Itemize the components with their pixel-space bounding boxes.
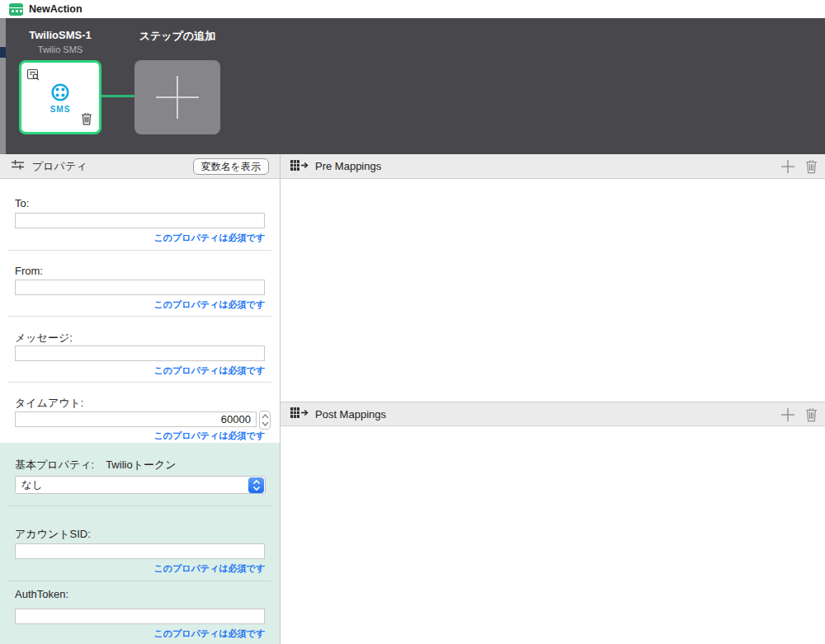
field-label-account-sid: アカウントSID:	[15, 527, 91, 542]
required-hint: このプロパティは必須です	[15, 232, 265, 244]
twilio-token-label: Twilioトークン	[106, 458, 176, 471]
basic-properties-label: 基本プロパティ:Twilioトークン	[15, 458, 177, 472]
main-area: プロパティ 変数名を表示 To: このプロパティは必須です From: このプロ…	[0, 154, 825, 644]
required-hint: このプロパティは必須です	[15, 430, 265, 442]
required-hint: このプロパティは必須です	[15, 628, 265, 640]
post-mappings-header: Post Mappings	[280, 402, 825, 426]
step-connector-line	[101, 95, 134, 97]
titlebar: NewAction	[0, 0, 825, 18]
post-mappings-title: Post Mappings	[315, 408, 386, 421]
mapping-table-arrow-icon	[290, 407, 309, 421]
message-input[interactable]	[15, 346, 265, 361]
to-input[interactable]	[15, 213, 265, 228]
auth-token-input[interactable]	[15, 609, 265, 624]
add-step-button[interactable]	[134, 60, 220, 134]
basic-label: 基本プロパティ:	[15, 458, 94, 471]
add-step-label: ステップの追加	[120, 29, 235, 44]
from-input[interactable]	[15, 280, 265, 295]
properties-title: プロパティ	[32, 159, 87, 174]
select-value: なし	[21, 478, 248, 492]
delete-pre-mapping-button[interactable]	[805, 159, 818, 176]
field-label-to: To:	[15, 197, 29, 209]
app-window: NewAction TwilioSMS-1 Twilio SMS ステップの追加	[0, 0, 825, 644]
app-title: NewAction	[29, 3, 82, 15]
pre-mappings-header: Pre Mappings	[280, 154, 825, 179]
show-variable-names-button[interactable]: 変数名を表示	[193, 158, 269, 175]
field-separator	[8, 581, 271, 581]
field-label-timeout: タイムアウト:	[15, 396, 83, 411]
delete-post-mapping-button[interactable]	[805, 407, 818, 425]
field-separator	[8, 505, 271, 506]
twilio-token-select[interactable]: なし	[15, 476, 266, 494]
pre-mappings-title: Pre Mappings	[315, 160, 381, 172]
properties-panel: プロパティ 変数名を表示 To: このプロパティは必須です From: このプロ…	[0, 154, 280, 644]
workflow-canvas: TwilioSMS-1 Twilio SMS ステップの追加	[0, 18, 825, 154]
post-mappings-body	[280, 427, 825, 644]
field-separator	[8, 382, 271, 383]
timeout-input[interactable]	[15, 411, 257, 427]
sliders-icon	[11, 158, 25, 174]
step-title: TwilioSMS-1	[2, 29, 118, 41]
field-separator	[8, 316, 271, 317]
app-icon	[9, 3, 23, 16]
properties-header: プロパティ 変数名を表示	[0, 154, 280, 179]
add-pre-mapping-button[interactable]	[780, 159, 795, 176]
mappings-panel: Pre Mappings	[280, 154, 825, 644]
step-subtitle: Twilio SMS	[2, 45, 118, 54]
required-hint: このプロパティは必須です	[15, 298, 265, 311]
required-hint: このプロパティは必須です	[15, 364, 265, 377]
field-label-auth-token: AuthToken:	[15, 588, 68, 600]
select-chevrons-icon[interactable]	[248, 477, 264, 493]
account-sid-input[interactable]	[15, 543, 265, 559]
twilio-logo-icon	[50, 82, 70, 105]
field-label-from: From:	[15, 265, 43, 277]
required-hint: このプロパティは必須です	[15, 562, 265, 575]
pre-mappings-body	[280, 180, 825, 402]
field-label-message: メッセージ:	[15, 331, 73, 346]
delete-step-icon[interactable]	[81, 112, 92, 128]
plus-icon	[156, 96, 199, 98]
field-separator	[8, 250, 271, 251]
mapping-table-arrow-icon	[290, 159, 309, 174]
inspect-document-icon[interactable]	[26, 68, 40, 84]
timeout-stepper[interactable]	[259, 411, 271, 430]
workflow-step-node[interactable]: SMS	[19, 60, 101, 134]
add-post-mapping-button[interactable]	[780, 407, 795, 425]
